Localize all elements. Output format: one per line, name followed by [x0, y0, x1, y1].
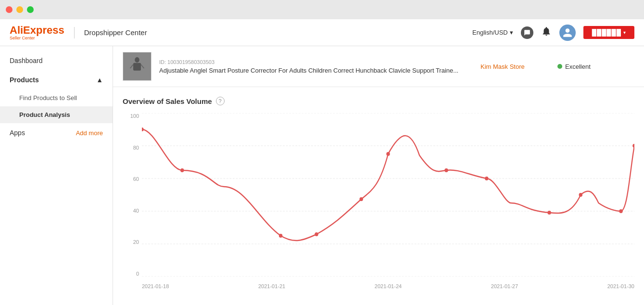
chart-y-labels: 100 80 60 40 20 0 — [123, 113, 142, 277]
nav-right: English/USD ▾ ██████ ▾ — [472, 25, 634, 41]
x-label-jan27: 2021-01-27 — [491, 283, 518, 289]
top-nav: AliExpress Seller Center Dropshipper Cen… — [0, 19, 644, 46]
x-label-jan21: 2021-01-21 — [258, 283, 285, 289]
maximize-button[interactable] — [27, 6, 34, 13]
product-info: ID: 1003019580303503 Adjustable Anglel S… — [159, 59, 461, 74]
svg-point-0 — [135, 57, 139, 63]
svg-point-11 — [180, 168, 184, 172]
svg-line-2 — [130, 64, 133, 68]
chart-x-labels: 2021-01-18 2021-01-21 2021-01-24 2021-01… — [142, 277, 634, 296]
svg-point-21 — [632, 144, 634, 148]
logo-text: AliExpress — [10, 24, 64, 36]
y-label-40: 40 — [123, 208, 142, 214]
title-bar — [0, 0, 644, 19]
svg-point-18 — [547, 211, 551, 215]
y-label-0: 0 — [123, 271, 142, 277]
sidebar-apps-row: Apps Add more — [0, 123, 113, 142]
content-area: Dashboard Products ▲ Find Products to Se… — [0, 46, 644, 305]
svg-point-10 — [142, 127, 144, 131]
sidebar-item-dashboard[interactable]: Dashboard — [0, 51, 113, 70]
svg-point-13 — [315, 232, 318, 236]
logo-sub: Seller Center — [10, 36, 64, 40]
close-button[interactable] — [6, 6, 13, 13]
product-id: ID: 1003019580303503 — [159, 59, 461, 65]
language-selector[interactable]: English/USD ▾ — [472, 29, 513, 36]
x-label-jan18: 2021-01-18 — [142, 283, 169, 289]
svg-rect-1 — [133, 63, 141, 71]
product-name: Adjustable Anglel Smart Posture Correcto… — [159, 67, 461, 74]
svg-point-14 — [359, 197, 363, 201]
store-name[interactable]: Kim Mask Store — [461, 63, 557, 70]
chart-plot — [142, 113, 634, 277]
sidebar-item-products[interactable]: Products ▲ — [0, 70, 113, 89]
notifications-bell[interactable] — [541, 26, 552, 39]
svg-point-12 — [279, 234, 282, 238]
chart-title: Overview of Sales Volume — [123, 97, 212, 105]
product-row: ID: 1003019580303503 Adjustable Anglel S… — [113, 46, 644, 87]
rating-dot — [557, 64, 562, 69]
product-image — [123, 52, 152, 81]
avatar[interactable] — [559, 25, 576, 41]
messages-icon[interactable] — [521, 26, 533, 39]
main-content: ID: 1003019580303503 Adjustable Anglel S… — [113, 46, 644, 305]
minimize-button[interactable] — [16, 6, 23, 13]
chart-title-row: Overview of Sales Volume ? — [123, 97, 634, 105]
svg-point-15 — [386, 152, 390, 156]
cta-button[interactable]: ██████ ▾ — [583, 26, 634, 39]
sidebar: Dashboard Products ▲ Find Products to Se… — [0, 46, 113, 305]
y-label-60: 60 — [123, 176, 142, 182]
logo-area: AliExpress Seller Center Dropshipper Cen… — [10, 25, 147, 40]
svg-point-20 — [619, 209, 622, 213]
x-label-jan30: 2021-01-30 — [607, 283, 634, 289]
svg-point-19 — [579, 193, 582, 197]
y-label-80: 80 — [123, 145, 142, 151]
x-label-jan24: 2021-01-24 — [375, 283, 402, 289]
sidebar-sub-find-products[interactable]: Find Products to Sell — [0, 89, 113, 106]
cta-dropdown-icon: ▾ — [623, 30, 626, 35]
products-arrow-icon: ▲ — [96, 76, 103, 84]
logo: AliExpress Seller Center — [10, 25, 64, 40]
lang-label: English/USD — [472, 29, 508, 36]
svg-point-16 — [444, 168, 448, 172]
chart-help-icon[interactable]: ? — [216, 97, 225, 105]
cta-label: ██████ — [592, 29, 621, 36]
lang-dropdown-icon: ▾ — [510, 29, 513, 36]
sidebar-sub-product-analysis[interactable]: Product Analysis — [0, 106, 113, 123]
rating-text: Excellent — [565, 63, 591, 70]
sidebar-item-apps[interactable]: Apps — [10, 129, 25, 137]
svg-line-3 — [141, 64, 144, 68]
add-more-link[interactable]: Add more — [76, 129, 103, 137]
nav-title: Dropshipper Center — [84, 28, 147, 37]
svg-point-17 — [485, 177, 488, 180]
chart-section: Overview of Sales Volume ? 100 80 60 40 … — [113, 87, 644, 296]
chart-wrapper: 100 80 60 40 20 0 — [123, 113, 634, 296]
y-label-20: 20 — [123, 239, 142, 245]
nav-divider — [74, 27, 75, 38]
rating-area: Excellent — [557, 63, 634, 70]
y-label-100: 100 — [123, 113, 142, 119]
